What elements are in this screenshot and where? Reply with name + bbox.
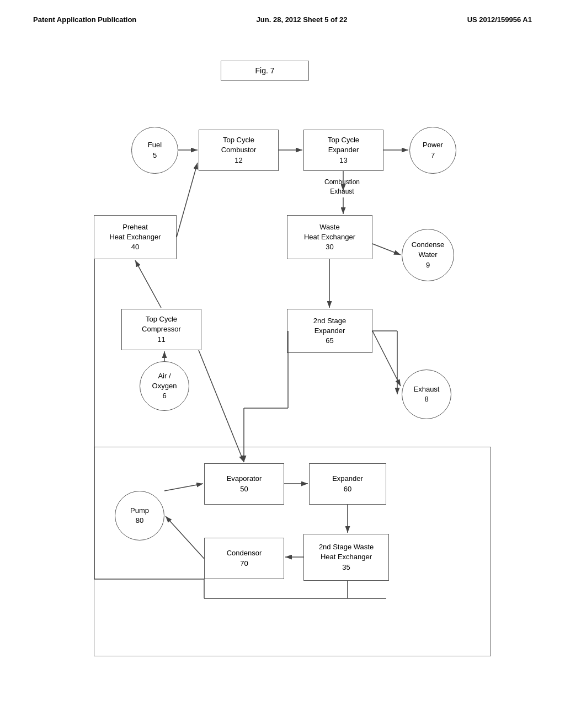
page: Patent Application Publication Jun. 28, … [0,0,565,728]
expander-box: Expander60 [309,463,386,505]
exhaust-label: Exhaust8 [414,384,440,404]
top-cycle-expander-label: Top CycleExpander13 [328,135,359,165]
header: Patent Application Publication Jun. 28, … [33,15,532,24]
expander-label: Expander60 [332,474,363,494]
air-oxygen-circle: Air /Oxygen6 [140,361,189,411]
top-cycle-compressor-label: Top CycleCompressor11 [142,314,181,345]
waste-heat-exchanger-label: WasteHeat Exchanger30 [304,222,355,253]
diagram: Fig. 7 Top CycleCombustor12 Top CycleExp… [33,44,532,695]
svg-line-8 [372,331,401,386]
top-cycle-expander-box: Top CycleExpander13 [303,130,383,171]
header-center: Jun. 28, 2012 Sheet 5 of 22 [257,15,348,24]
second-stage-waste-heat-exchanger-label: 2nd Stage WasteHeat Exchanger35 [319,542,374,572]
condensor-box: Condensor70 [204,538,284,579]
pump-circle: Pump80 [115,491,164,540]
svg-line-12 [199,350,244,462]
second-stage-waste-heat-exchanger-box: 2nd Stage WasteHeat Exchanger35 [303,534,389,581]
second-stage-expander-box: 2nd StageExpander65 [287,309,372,353]
pump-label: Pump80 [130,506,149,526]
header-left: Patent Application Publication [33,15,136,24]
waste-heat-exchanger-box: WasteHeat Exchanger30 [287,215,372,259]
power-circle: Power7 [409,127,456,174]
fig-label-box: Fig. 7 [221,61,309,81]
top-cycle-compressor-box: Top CycleCompressor11 [121,309,201,350]
svg-line-9 [177,163,198,237]
header-right: US 2012/159956 A1 [467,15,532,24]
svg-line-10 [135,260,161,308]
svg-line-6 [372,244,401,255]
combustion-exhaust-label: CombustionExhaust [303,178,381,196]
evaporator-box: Evaporator50 [204,463,284,505]
fig-label-text: Fig. 7 [255,66,274,75]
condensor-label: Condensor70 [227,548,262,568]
condense-water-circle: CondenseWater9 [402,229,454,281]
evaporator-label: Evaporator50 [227,474,262,494]
top-cycle-combustor-label: Top CycleCombustor12 [221,135,257,165]
power-label: Power7 [423,140,443,160]
preheat-heat-exchanger-label: PreheatHeat Exchanger40 [109,222,161,253]
air-oxygen-label: Air /Oxygen6 [152,371,177,402]
preheat-heat-exchanger-box: PreheatHeat Exchanger40 [94,215,177,259]
fuel-circle: Fuel5 [131,127,178,174]
second-stage-expander-label: 2nd StageExpander65 [313,316,346,346]
exhaust-circle: Exhaust8 [402,370,451,419]
condense-water-label: CondenseWater9 [412,240,444,270]
outer-border [94,447,491,656]
fuel-label: Fuel5 [148,140,162,160]
top-cycle-combustor-box: Top CycleCombustor12 [199,130,279,171]
